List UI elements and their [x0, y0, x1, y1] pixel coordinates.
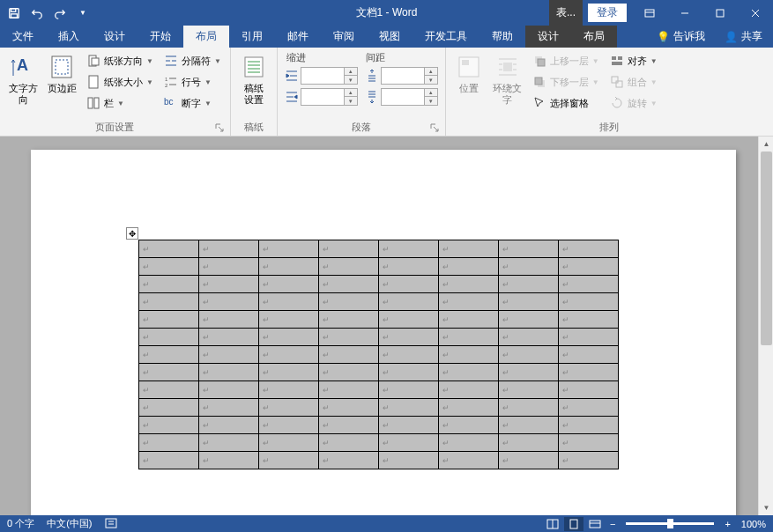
position-button[interactable]: 位置 — [450, 49, 488, 98]
table-cell[interactable]: ↵ — [499, 240, 559, 258]
tab-布局[interactable]: 布局 — [183, 26, 229, 48]
margins-button[interactable]: 页边距 — [42, 49, 81, 98]
indent-right-spinner[interactable]: ▲▼ — [301, 88, 358, 106]
table-cell[interactable]: ↵ — [499, 346, 559, 364]
table-cell[interactable]: ↵ — [199, 311, 259, 329]
scroll-up-button[interactable]: ▲ — [759, 137, 773, 151]
table-cell[interactable]: ↵ — [379, 364, 439, 381]
table-cell[interactable]: ↵ — [499, 293, 559, 311]
table-cell[interactable]: ↵ — [259, 381, 319, 399]
table-cell[interactable]: ↵ — [499, 399, 559, 417]
qat-customize[interactable]: ▼ — [72, 3, 93, 24]
table-cell[interactable]: ↵ — [559, 311, 619, 329]
table-cell[interactable]: ↵ — [259, 434, 319, 452]
table-cell[interactable]: ↵ — [139, 364, 199, 381]
send-backward-button[interactable]: 下移一层▼ — [529, 72, 603, 92]
table-cell[interactable]: ↵ — [379, 381, 439, 399]
table-cell[interactable]: ↵ — [439, 346, 499, 364]
zoom-out-button[interactable]: − — [606, 519, 619, 529]
table-cell[interactable]: ↵ — [199, 399, 259, 417]
table-cell[interactable]: ↵ — [379, 346, 439, 364]
table-cell[interactable]: ↵ — [379, 399, 439, 417]
document-table[interactable]: ↵↵↵↵↵↵↵↵↵↵↵↵↵↵↵↵↵↵↵↵↵↵↵↵↵↵↵↵↵↵↵↵↵↵↵↵↵↵↵↵… — [138, 240, 619, 469]
language-status[interactable]: 中文(中国) — [47, 517, 92, 530]
table-cell[interactable]: ↵ — [139, 276, 199, 293]
share-button[interactable]: 👤共享 — [714, 26, 773, 48]
table-cell[interactable]: ↵ — [379, 417, 439, 434]
scroll-thumb[interactable] — [761, 151, 772, 345]
table-cell[interactable]: ↵ — [319, 311, 379, 329]
table-cell[interactable]: ↵ — [199, 240, 259, 258]
table-cell[interactable]: ↵ — [139, 329, 199, 346]
paragraph-launcher[interactable] — [429, 123, 440, 134]
table-cell[interactable]: ↵ — [559, 399, 619, 417]
table-cell[interactable]: ↵ — [439, 364, 499, 381]
orientation-button[interactable]: 纸张方向▼ — [83, 51, 157, 70]
table-cell[interactable]: ↵ — [559, 329, 619, 346]
zoom-in-button[interactable]: + — [721, 519, 733, 529]
tab-视图[interactable]: 视图 — [367, 26, 413, 48]
table-cell[interactable]: ↵ — [499, 276, 559, 293]
table-cell[interactable]: ↵ — [319, 346, 379, 364]
read-mode-button[interactable] — [543, 517, 562, 531]
breaks-button[interactable]: 分隔符▼ — [160, 51, 225, 70]
table-cell[interactable]: ↵ — [559, 381, 619, 399]
table-cell[interactable]: ↵ — [199, 258, 259, 276]
table-cell[interactable]: ↵ — [439, 452, 499, 469]
table-cell[interactable]: ↵ — [139, 434, 199, 452]
table-cell[interactable]: ↵ — [439, 434, 499, 452]
table-cell[interactable]: ↵ — [139, 258, 199, 276]
tab-开始[interactable]: 开始 — [138, 26, 183, 48]
table-cell[interactable]: ↵ — [199, 364, 259, 381]
tab-审阅[interactable]: 审阅 — [321, 26, 367, 48]
table-cell[interactable]: ↵ — [199, 293, 259, 311]
table-cell[interactable]: ↵ — [259, 364, 319, 381]
ribbon-options-button[interactable] — [632, 0, 667, 26]
spacing-after-spinner[interactable]: ▲▼ — [381, 88, 438, 106]
table-cell[interactable]: ↵ — [139, 311, 199, 329]
table-move-handle[interactable]: ✥ — [126, 227, 138, 240]
table-cell[interactable]: ↵ — [259, 311, 319, 329]
table-cell[interactable]: ↵ — [439, 381, 499, 399]
table-cell[interactable]: ↵ — [559, 276, 619, 293]
tab-插入[interactable]: 插入 — [46, 26, 92, 48]
table-cell[interactable]: ↵ — [559, 258, 619, 276]
table-cell[interactable]: ↵ — [259, 293, 319, 311]
table-cell[interactable]: ↵ — [439, 311, 499, 329]
table-cell[interactable]: ↵ — [499, 381, 559, 399]
table-cell[interactable]: ↵ — [439, 276, 499, 293]
context-tab-设计[interactable]: 设计 — [525, 26, 571, 48]
table-cell[interactable]: ↵ — [199, 276, 259, 293]
table-cell[interactable]: ↵ — [379, 276, 439, 293]
tab-设计[interactable]: 设计 — [92, 26, 138, 48]
table-cell[interactable]: ↵ — [319, 417, 379, 434]
table-cell[interactable]: ↵ — [499, 258, 559, 276]
spacing-before-spinner[interactable]: ▲▼ — [381, 67, 438, 85]
page-setup-launcher[interactable] — [214, 123, 225, 134]
table-cell[interactable]: ↵ — [559, 293, 619, 311]
document-area[interactable]: ✥ ↵↵↵↵↵↵↵↵↵↵↵↵↵↵↵↵↵↵↵↵↵↵↵↵↵↵↵↵↵↵↵↵↵↵↵↵↵↵… — [0, 137, 773, 515]
table-cell[interactable]: ↵ — [319, 399, 379, 417]
table-cell[interactable]: ↵ — [199, 346, 259, 364]
rotate-button[interactable]: 旋转▼ — [606, 93, 661, 113]
close-button[interactable] — [738, 0, 773, 26]
table-cell[interactable]: ↵ — [439, 329, 499, 346]
table-cell[interactable]: ↵ — [559, 346, 619, 364]
scroll-down-button[interactable]: ▼ — [759, 500, 773, 515]
tab-开发工具[interactable]: 开发工具 — [413, 26, 479, 48]
table-cell[interactable]: ↵ — [559, 417, 619, 434]
table-cell[interactable]: ↵ — [379, 258, 439, 276]
selection-pane-button[interactable]: 选择窗格 — [529, 93, 603, 113]
table-cell[interactable]: ↵ — [259, 258, 319, 276]
table-cell[interactable]: ↵ — [259, 346, 319, 364]
table-cell[interactable]: ↵ — [199, 417, 259, 434]
tab-引用[interactable]: 引用 — [229, 26, 275, 48]
table-cell[interactable]: ↵ — [139, 399, 199, 417]
tab-邮件[interactable]: 邮件 — [275, 26, 321, 48]
table-cell[interactable]: ↵ — [199, 452, 259, 469]
table-cell[interactable]: ↵ — [319, 329, 379, 346]
zoom-level[interactable]: 100% — [741, 519, 766, 529]
web-layout-button[interactable] — [585, 517, 605, 531]
tab-文件[interactable]: 文件 — [0, 26, 46, 48]
table-cell[interactable]: ↵ — [499, 364, 559, 381]
